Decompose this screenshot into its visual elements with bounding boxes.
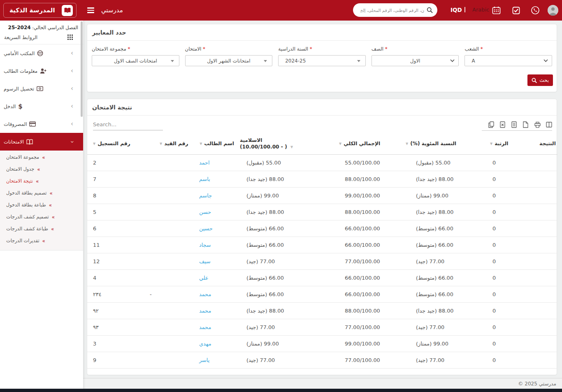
cell-rank: 0 xyxy=(487,269,531,286)
table-search-input[interactable] xyxy=(93,121,163,130)
submenu-item[interactable]: مجموعة الامتحان « xyxy=(0,151,83,163)
col-result[interactable]: النتيجة xyxy=(531,133,557,154)
cell-registration: 7 xyxy=(87,171,142,187)
sidebar-item-examinations[interactable]: الامتحانات ‹ xyxy=(0,133,83,151)
sidebar-item-student-info[interactable]: معلومات الطالب ‹ xyxy=(0,62,83,80)
cell-rank: 0 xyxy=(487,352,531,368)
sort-icon: ▼ xyxy=(339,142,341,146)
column-visibility-icon[interactable] xyxy=(546,121,552,128)
submenu-item[interactable]: تصميم بطاقة الدخول « xyxy=(0,187,83,199)
language-selector[interactable]: Arabic xyxy=(472,7,489,13)
sidebar-item-income[interactable]: الدخل $ ‹ xyxy=(0,97,83,115)
cell-percentage: 88.00 (جيد جدا) xyxy=(406,302,487,319)
sidebar-item-fee-collection[interactable]: تحصيل الرسوم ‹ xyxy=(0,80,83,97)
cell-islamic: 77.00 (جيد) xyxy=(234,319,334,335)
calendar-icon[interactable] xyxy=(492,6,501,16)
sort-icon: ▼ xyxy=(490,142,492,146)
section-select[interactable]: A xyxy=(464,55,552,66)
col-percentage[interactable]: النسبة المئوية (%)▼ xyxy=(406,133,487,154)
cell-total: 66.00/100.00 xyxy=(334,220,406,237)
quick-links[interactable]: الروابط السريعة xyxy=(4,34,78,41)
cell-student: حسن xyxy=(194,204,234,220)
cell-registration: 4 xyxy=(87,269,142,286)
cell-registration: ٩٣ xyxy=(87,319,142,335)
cell-islamic: 77.00 (جيد) xyxy=(234,352,334,368)
cell-islamic: 66.00 (متوسط) xyxy=(234,237,334,253)
cell-student: باسم xyxy=(194,171,234,187)
print-icon[interactable] xyxy=(534,121,541,128)
menu-toggle-icon[interactable] xyxy=(87,7,94,13)
col-islamic-subject[interactable]: الاسلامية(10.00/100.00 - ) ▼ xyxy=(234,133,334,154)
cell-percentage: 77.00 (جيد) xyxy=(406,319,487,335)
cell-registration: 9 xyxy=(87,352,142,368)
double-chevron-icon: « xyxy=(49,190,52,196)
submenu-item[interactable]: جدول الامتحان « xyxy=(0,163,83,175)
cell-enrollment xyxy=(142,253,194,269)
col-grand-total[interactable]: الإجمالي الكلي▼ xyxy=(334,133,406,154)
user-avatar[interactable] xyxy=(548,5,558,16)
csv-export-icon[interactable] xyxy=(511,121,518,128)
quick-links-grid-icon[interactable] xyxy=(67,35,73,41)
col-enrollment-number[interactable]: رقم القيد▼ xyxy=(142,133,194,154)
chevron-left-icon: ‹ xyxy=(71,121,73,127)
cell-total: 77.00/100.00 xyxy=(334,319,406,335)
search-button[interactable]: بحث xyxy=(527,74,553,86)
sidebar-scrollbar[interactable] xyxy=(81,21,83,117)
currency-divider xyxy=(464,7,465,12)
cell-student: ياسر xyxy=(194,352,234,368)
fee-collection-icon xyxy=(37,86,43,91)
sort-icon: ▼ xyxy=(200,142,202,146)
sort-icon: ▼ xyxy=(290,145,293,149)
tasks-icon[interactable] xyxy=(512,7,520,16)
submenu-item[interactable]: طباعة كشف الدرجات « xyxy=(0,223,83,235)
main-content: حدد المعايير مجموعة الامتحان * امتحانات … xyxy=(83,21,562,392)
filter-exam: الامتحان * امتحانات الشهر الاول xyxy=(185,46,273,66)
excel-export-icon[interactable] xyxy=(500,121,506,128)
cell-registration: 5 xyxy=(87,204,142,220)
double-chevron-icon: « xyxy=(51,226,54,232)
table-header-row: رقم التسجيل▼ رقم القيد▼ اسم الطالب▼ الاس… xyxy=(87,133,557,154)
sort-icon: ▼ xyxy=(160,142,162,146)
cell-total: 66.00/100.00 xyxy=(334,237,406,253)
cell-total: 66.00/100.00 xyxy=(334,269,406,286)
table-row: ٢٣٤ - محمد 66.00 (متوسط) 66.00/100.00 66… xyxy=(87,286,557,302)
exam-select[interactable]: امتحانات الشهر الاول xyxy=(185,55,273,66)
brand[interactable]: المدرسة الذكية xyxy=(3,3,77,18)
whatsapp-icon[interactable] xyxy=(531,6,540,16)
global-search-input[interactable] xyxy=(353,3,437,17)
submenu-item[interactable]: طباعة بطاقة الدخول « xyxy=(0,199,83,211)
table-row: 2 احمد 55.00 (مقبول) 55.00/100.00 55.00 … xyxy=(87,154,557,171)
cell-student: حسين xyxy=(194,220,234,237)
col-registration-number[interactable]: رقم التسجيل▼ xyxy=(87,133,142,154)
col-rank[interactable]: الرتبة▼ xyxy=(487,133,531,154)
double-chevron-icon: « xyxy=(49,202,52,208)
double-chevron-icon: « xyxy=(52,214,55,220)
currency-selector[interactable]: IQD xyxy=(451,7,462,13)
cell-total: 88.00/100.00 xyxy=(334,302,406,319)
sidebar-item-front-office[interactable]: المكتب الأمامي ‹ xyxy=(0,44,83,62)
cell-percentage: 99.00 (ممتاز) xyxy=(406,335,487,352)
exam-group-select[interactable]: امتحانات الصف الاول xyxy=(92,55,179,66)
cell-total: 88.00/100.00 xyxy=(334,171,406,187)
cell-enrollment xyxy=(142,220,194,237)
sidebar-item-expenses[interactable]: المصروفات ‹ xyxy=(0,115,83,133)
double-chevron-icon: « xyxy=(42,155,45,160)
copy-icon[interactable] xyxy=(488,121,495,128)
class-select[interactable]: الاول xyxy=(372,55,459,66)
filter-class: الصف * الاول xyxy=(372,46,459,66)
sort-icon: ▼ xyxy=(93,142,95,146)
cell-rank: 0 xyxy=(487,302,531,319)
academic-year-select[interactable]: 2024-25 xyxy=(278,55,366,66)
dropdown-arrow-icon xyxy=(264,60,267,62)
cell-islamic: 99.00 (ممتاز) xyxy=(234,335,334,352)
cell-result xyxy=(531,352,557,368)
col-student-name[interactable]: اسم الطالب▼ xyxy=(194,133,234,154)
submenu-item[interactable]: تصميم كشف الدرجات « xyxy=(0,211,83,223)
submenu-item[interactable]: تقديرات الدرجات « xyxy=(0,235,83,247)
cell-result xyxy=(531,335,557,352)
cell-enrollment xyxy=(142,335,194,352)
submenu-item[interactable]: نتيجة الامتحان « xyxy=(0,175,83,187)
search-icon[interactable] xyxy=(427,7,433,14)
pdf-export-icon[interactable] xyxy=(523,121,529,128)
table-toolbar xyxy=(482,121,552,131)
